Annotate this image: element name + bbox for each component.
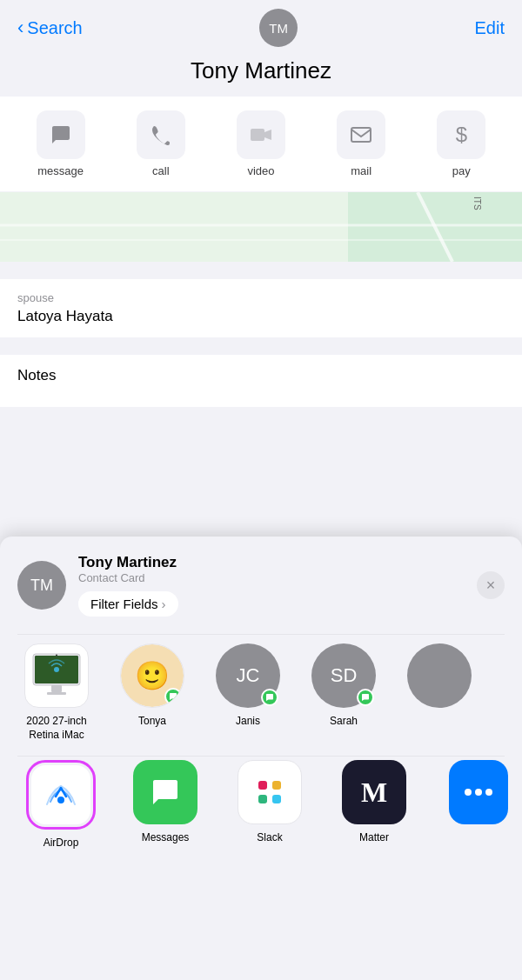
svg-text:ITS: ITS [472,197,482,210]
navigation-header: ‹ Search TM Edit [0,0,522,52]
matter-app-label: Matter [359,831,389,843]
imac-device-icon [24,643,89,708]
notes-section: Notes [0,355,522,407]
edit-button[interactable]: Edit [475,18,505,38]
close-icon: × [486,577,496,595]
contact-card-subtitle: Contact Card [78,571,465,584]
contact-card-info: Tony Martinez Contact Card Filter Fields… [78,554,465,617]
messages-svg [148,775,183,810]
chevron-left-icon: ‹ [17,18,23,37]
map-placeholder: ITS [0,192,522,262]
svg-rect-0 [251,129,264,141]
message-icon [37,110,85,159]
svg-rect-18 [258,795,267,803]
spouse-value: Latoya Hayata [17,308,505,325]
janis-label: Janis [236,715,260,729]
share-sheet-avatar: TM [17,561,66,610]
app-icon-slack[interactable]: Slack [218,760,322,849]
sarah-message-dot [357,689,374,706]
pay-button[interactable]: $ pay [426,110,496,177]
share-sheet: TM Tony Martinez Contact Card Filter Fie… [0,537,522,980]
chevron-right-icon: › [162,597,166,611]
airdrop-app-icon [31,765,90,824]
map-svg: ITS [0,192,522,262]
janis-message-dot [261,689,278,706]
filter-fields-label: Filter Fields [90,597,158,611]
edit-label: Edit [475,18,505,37]
airdrop-person-partial[interactable] [392,643,487,742]
airdrop-person-tonya[interactable]: 🙂 Tonya [104,643,200,742]
more-dot-1 [465,789,472,796]
airdrop-person-sarah[interactable]: SD Sarah [296,643,392,742]
message-button[interactable]: message [26,110,96,177]
matter-app-icon: M [342,760,406,824]
filter-fields-button[interactable]: Filter Fields › [78,591,178,617]
tonya-message-dot [164,688,182,705]
svg-rect-1 [351,128,371,142]
airdrop-people-row: 2020 27-inchRetina iMac 🙂 Tonya JC [0,635,522,756]
airdrop-selected-border [26,760,96,830]
svg-rect-13 [47,692,66,695]
mail-button[interactable]: mail [326,110,396,177]
sarah-avatar: SD [311,643,376,708]
contact-name: Tony Martinez [17,57,505,84]
mail-label: mail [351,164,371,177]
app-icon-airdrop[interactable]: AirDrop [9,760,113,849]
mail-icon [337,110,385,159]
app-icon-more[interactable] [426,760,522,849]
pay-label: pay [452,164,471,177]
header-avatar-container: TM [259,9,298,47]
tonya-label: Tonya [138,715,166,729]
back-button[interactable]: ‹ Search [17,18,83,38]
airdrop-device-item[interactable]: 2020 27-inchRetina iMac [9,643,104,742]
svg-point-15 [57,797,64,803]
slack-app-label: Slack [257,831,282,843]
close-share-sheet-button[interactable]: × [477,571,505,599]
app-icon-messages[interactable]: Messages [113,760,218,849]
app-icons-row: AirDrop Messages [0,757,522,866]
more-dots [465,789,492,796]
video-button[interactable]: video [226,110,296,177]
imac-svg [30,652,84,700]
airdrop-person-janis[interactable]: JC Janis [200,643,296,742]
svg-point-11 [54,667,59,672]
avatar-initials: TM [269,21,288,36]
call-button[interactable]: call [126,110,196,177]
slack-app-icon [238,760,302,824]
spouse-section: spouse Latoya Hayata [0,279,522,337]
call-label: call [152,164,170,177]
back-label: Search [27,18,82,38]
contact-name-section: Tony Martinez [0,52,522,97]
janis-initials: JC [237,664,260,687]
svg-rect-12 [51,685,62,692]
message-label: message [37,164,84,177]
video-label: video [247,164,274,177]
svg-rect-17 [272,781,281,790]
more-app-icon [449,760,508,824]
svg-point-14 [56,654,57,656]
contact-card-row: TM Tony Martinez Contact Card Filter Fie… [0,554,522,634]
device-label: 2020 27-inchRetina iMac [26,715,86,742]
messages-app-icon [133,760,197,824]
contact-avatar-header: TM [259,9,298,47]
janis-avatar: JC [216,643,280,708]
airdrop-app-label: AirDrop [44,837,79,849]
action-buttons-row: message call video mail $ p [0,97,522,191]
svg-rect-16 [258,781,267,790]
partial-avatar [407,643,472,708]
sarah-label: Sarah [330,715,358,729]
sarah-initials: SD [331,664,358,687]
app-icon-matter[interactable]: M Matter [322,760,426,849]
call-icon [137,110,185,159]
messages-app-label: Messages [142,831,190,843]
video-icon [237,110,285,159]
map-section[interactable]: ITS [0,192,522,262]
svg-rect-19 [272,795,281,803]
share-contact-name: Tony Martinez [78,554,465,571]
slack-svg [251,774,288,810]
share-avatar-initials: TM [30,577,53,595]
matter-m-letter: M [361,777,387,809]
airdrop-waves-svg [42,776,80,814]
pay-icon: $ [437,110,485,159]
notes-label: Notes [17,367,505,384]
